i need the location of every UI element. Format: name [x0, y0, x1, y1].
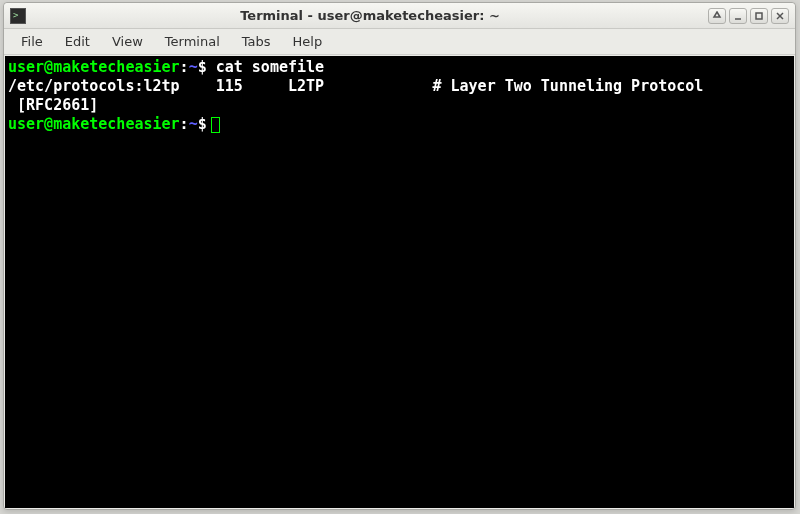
menu-help[interactable]: Help: [284, 31, 332, 52]
menu-edit[interactable]: Edit: [56, 31, 99, 52]
prompt-cwd: ~: [189, 115, 198, 133]
terminal-output[interactable]: user@maketecheasier:~$ cat somefile /etc…: [5, 56, 794, 508]
menubar: File Edit View Terminal Tabs Help: [4, 29, 795, 55]
prompt-user-host: user@maketecheasier: [8, 115, 180, 133]
menu-terminal[interactable]: Terminal: [156, 31, 229, 52]
command-text: cat somefile: [207, 58, 324, 76]
output-line-1: /etc/protocols:l2tp 115 L2TP # Layer Two…: [8, 77, 703, 95]
output-line-2: [RFC2661]: [8, 96, 98, 114]
prompt-sep: :: [180, 115, 189, 133]
titlebar[interactable]: Terminal - user@maketecheasier: ~: [4, 3, 795, 29]
close-button[interactable]: [771, 8, 789, 24]
prompt-sep: :: [180, 58, 189, 76]
svg-rect-1: [756, 13, 762, 19]
terminal-window: Terminal - user@maketecheasier: ~ File E…: [3, 2, 796, 510]
cursor: [211, 117, 220, 133]
prompt-symbol: $: [198, 115, 207, 133]
terminal-icon: [10, 8, 26, 24]
always-on-top-button[interactable]: [708, 8, 726, 24]
window-controls: [708, 8, 789, 24]
window-title: Terminal - user@maketecheasier: ~: [32, 8, 708, 23]
minimize-button[interactable]: [729, 8, 747, 24]
menu-view[interactable]: View: [103, 31, 152, 52]
prompt-symbol: $: [198, 58, 207, 76]
menu-tabs[interactable]: Tabs: [233, 31, 280, 52]
prompt-user-host: user@maketecheasier: [8, 58, 180, 76]
maximize-button[interactable]: [750, 8, 768, 24]
prompt-cwd: ~: [189, 58, 198, 76]
menu-file[interactable]: File: [12, 31, 52, 52]
